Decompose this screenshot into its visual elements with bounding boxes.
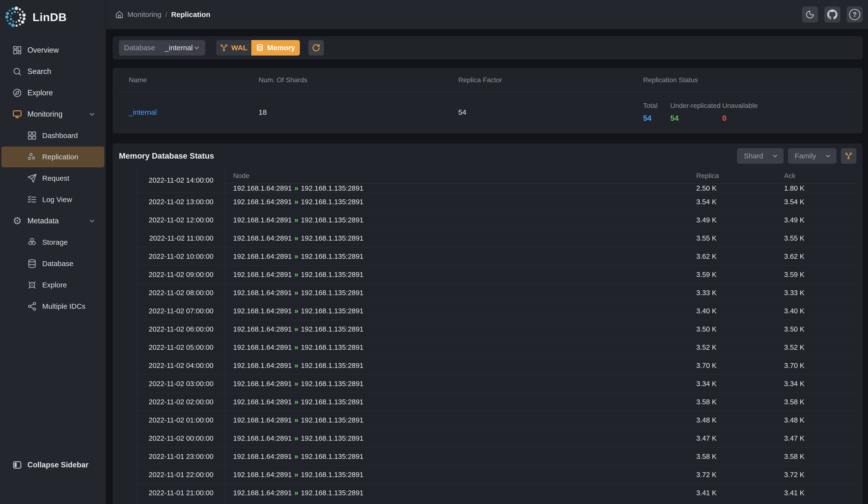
status-total-value: 54: [643, 114, 670, 123]
replicate-arrow-icon: »: [294, 489, 298, 497]
sidebar-item-storage[interactable]: Storage: [1, 232, 104, 253]
wal-memory-toggle: WAL Memory: [216, 40, 300, 55]
table-row: 2022-11-02 04:00:00192.168.1.64:2891»192…: [136, 356, 856, 375]
database-table-header: Name Num. Of Shards Replica Factor Repli…: [119, 69, 856, 92]
table-row-cells: 192.168.1.64:2891»192.168.1.135:28913.50…: [224, 320, 856, 338]
replicate-arrow-icon: »: [294, 216, 298, 224]
replicate-arrow-icon: »: [294, 252, 298, 261]
replicate-arrow-icon: »: [294, 234, 298, 242]
status-total-label: Total: [643, 102, 670, 109]
family-select[interactable]: Family: [788, 148, 836, 164]
target-node: 192.168.1.135:2891: [301, 216, 363, 224]
node-cell: 192.168.1.64:2891»192.168.1.135:2891: [224, 434, 688, 443]
memory-card-controls: Shard Family: [737, 148, 856, 164]
wal-button[interactable]: WAL: [216, 40, 251, 55]
timestamp-cell: 2022-11-02 14:00:00: [136, 168, 224, 192]
theme-toggle-button[interactable]: [802, 7, 818, 23]
sidebar-item-database[interactable]: Database: [1, 253, 104, 274]
sidebar-item-overview[interactable]: Overview: [1, 40, 104, 61]
timestamp-cell: 2022-11-02 13:00:00: [136, 193, 224, 211]
sidebar-item-explore[interactable]: Explore: [1, 83, 104, 103]
table-row: 2022-11-02 01:00:00192.168.1.64:2891»192…: [136, 411, 856, 429]
sidebar-item-label: Dashboard: [42, 132, 78, 140]
replica-value: 3.34 K: [688, 380, 775, 388]
timestamp-cell: 2022-11-02 00:00:00: [136, 429, 224, 447]
database-select[interactable]: Database _internal: [119, 40, 205, 55]
shard-select[interactable]: Shard: [737, 148, 784, 164]
sidebar-item-log-view[interactable]: Log View: [1, 189, 104, 210]
timestamp-cell: 2022-11-02 12:00:00: [136, 211, 224, 229]
sidebar-item-search[interactable]: Search: [1, 61, 104, 82]
breadcrumb-current-page: Replication: [171, 10, 210, 19]
replicate-arrow-icon: »: [294, 470, 298, 479]
timestamp-cell: 2022-11-01 21:00:00: [136, 484, 224, 502]
collapse-sidebar-button[interactable]: Collapse Sidebar: [1, 454, 104, 475]
shard-select-label: Shard: [744, 152, 763, 160]
column-header-node: Node: [224, 172, 688, 180]
sidebar-item-label: Replication: [42, 153, 78, 161]
target-node: 192.168.1.135:2891: [301, 380, 363, 388]
table-row: 2022-11-02 09:00:00192.168.1.64:2891»192…: [136, 265, 856, 284]
sidebar-item-label: Multiple IDCs: [42, 302, 85, 311]
target-node: 192.168.1.135:2891: [301, 289, 363, 297]
help-button[interactable]: ?: [847, 7, 863, 23]
sidebar-item-metadata[interactable]: ⚙ Metadata: [1, 211, 104, 231]
node-cell: 192.168.1.64:2891»192.168.1.135:2891: [224, 270, 688, 279]
num-shards-value: 18: [259, 108, 458, 116]
replicate-arrow-icon: »: [294, 197, 298, 206]
ack-value: 3.34 K: [775, 380, 856, 388]
refresh-button[interactable]: [308, 40, 324, 55]
source-node: 192.168.1.64:2891: [233, 434, 292, 442]
chevron-down-icon: [772, 152, 779, 160]
source-node: 192.168.1.64:2891: [233, 453, 292, 460]
ack-value: 3.40 K: [775, 307, 856, 315]
sidebar-item-metadata-explore[interactable]: Explore: [1, 275, 104, 295]
target-icon: [27, 280, 37, 290]
database-name-link[interactable]: _internal: [129, 108, 157, 116]
table-row-cells: 192.168.1.64:2891»192.168.1.135:28912.50…: [224, 184, 856, 192]
replica-value: 3.48 K: [688, 416, 775, 424]
node-cell: 192.168.1.64:2891»192.168.1.135:2891: [224, 184, 688, 192]
sidebar-item-multiple-idcs[interactable]: Multiple IDCs: [1, 296, 104, 317]
app-logo[interactable]: LinDB: [0, 0, 106, 29]
replicate-arrow-icon: »: [294, 416, 298, 424]
table-row-cells: 192.168.1.64:2891»192.168.1.135:28913.33…: [224, 284, 856, 302]
database-select-value: _internal: [165, 44, 193, 52]
breadcrumb-section[interactable]: Monitoring: [127, 10, 161, 19]
table-row-cells: 192.168.1.64:2891»192.168.1.135:28913.48…: [224, 411, 856, 429]
replica-value: 3.50 K: [688, 325, 775, 333]
chevron-down-icon: [88, 110, 96, 118]
node-cell: 192.168.1.64:2891»192.168.1.135:2891: [224, 252, 688, 261]
replica-value: 3.59 K: [688, 271, 775, 279]
group-by-button[interactable]: [841, 148, 856, 164]
replicate-arrow-icon: »: [294, 270, 298, 279]
ack-value: 3.47 K: [775, 434, 856, 442]
replicate-arrow-icon: »: [294, 325, 298, 333]
replica-value: 3.41 K: [688, 489, 775, 497]
ack-value: 3.55 K: [775, 234, 856, 242]
node-cell: 192.168.1.64:2891»192.168.1.135:2891: [224, 343, 688, 352]
send-icon: [27, 174, 37, 183]
node-cell: 192.168.1.64:2891»192.168.1.135:2891: [224, 452, 688, 461]
target-node: 192.168.1.135:2891: [301, 416, 363, 424]
node-cell: 192.168.1.64:2891»192.168.1.135:2891: [224, 234, 688, 243]
node-cell: 192.168.1.64:2891»192.168.1.135:2891: [224, 197, 688, 206]
replicate-arrow-icon: »: [294, 184, 298, 192]
replica-value: 3.58 K: [688, 453, 775, 461]
sidebar-item-dashboard[interactable]: Dashboard: [1, 125, 104, 146]
sidebar-item-replication[interactable]: Replication: [1, 147, 104, 167]
source-node: 192.168.1.64:2891: [233, 271, 292, 279]
home-icon[interactable]: [115, 10, 123, 19]
sidebar-item-monitoring[interactable]: Monitoring: [1, 104, 104, 125]
database-summary-card: Name Num. Of Shards Replica Factor Repli…: [113, 68, 862, 133]
sidebar-item-request[interactable]: Request: [1, 168, 104, 189]
node-cell: 192.168.1.64:2891»192.168.1.135:2891: [224, 379, 688, 388]
node-cell: 192.168.1.64:2891»192.168.1.135:2891: [224, 470, 688, 479]
timestamp-cell: 2022-11-02 05:00:00: [136, 338, 224, 356]
replication-table-body: 2022-11-02 14:00:00NodeReplicaAck192.168…: [136, 168, 856, 502]
source-node: 192.168.1.64:2891: [233, 307, 292, 315]
github-button[interactable]: [824, 7, 840, 23]
timestamp-cell: 2022-11-02 04:00:00: [136, 357, 224, 375]
memory-button[interactable]: Memory: [251, 40, 300, 55]
source-node: 192.168.1.64:2891: [233, 289, 292, 297]
